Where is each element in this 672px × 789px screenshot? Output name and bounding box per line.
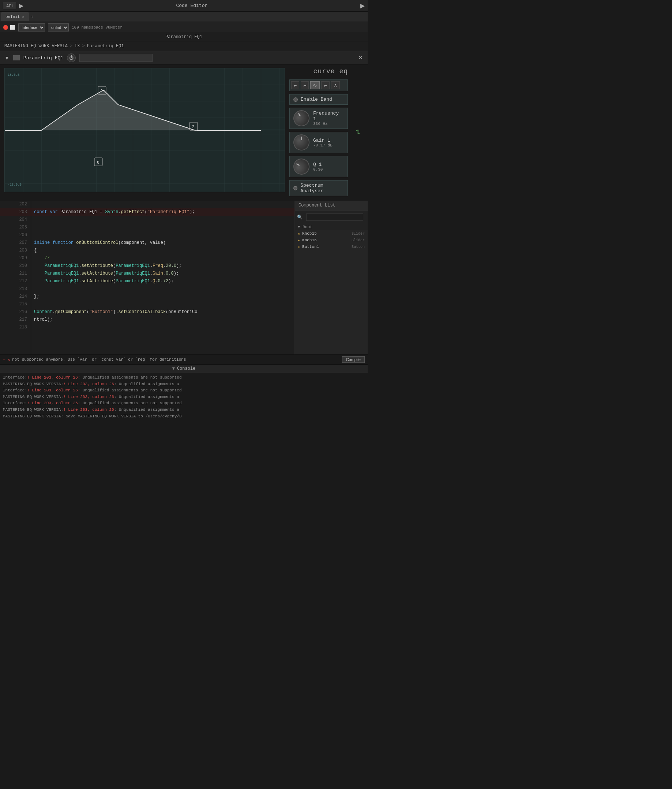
line-num-204: 204 [0,216,31,224]
comp-star-button1: ★ [298,244,300,249]
breadcrumb-sep1: > [70,43,72,49]
gain-knob[interactable] [293,134,309,150]
component-list-header: Component List [295,201,368,211]
code-line-215 [31,300,295,308]
code-area[interactable]: const var Parametriq EQ1 = Synth.getEffe… [31,201,295,355]
tab-close-icon[interactable]: ✕ [22,14,24,19]
comp-item-button1[interactable]: ★ Button1 Button [295,243,368,250]
gain-info: Gain 1 -0.17 dB [313,138,333,147]
line-num-210: 210 [0,262,31,270]
code-line-211: ParametriqEQ1.setAttribute(ParametriqEQ1… [31,270,295,278]
q-value: 0.30 [313,167,323,172]
frequency-value: 336 Hz [313,121,344,126]
filter-btn-3[interactable]: ⌐ [321,81,329,89]
code-line-207: inline function onButton1Control(compone… [31,239,295,247]
comp-type-knob15: Slider [352,232,365,236]
eq-graph: 18.0dB -18.0dB 1 [5,68,285,192]
tab-label: onInit [5,14,20,19]
svg-text:2: 2 [192,125,194,129]
code-line-203: const var Parametriq EQ1 = Synth.getEffe… [31,208,295,216]
breadcrumb: MASTERING EQ WORK VERSIA > FX > Parametr… [0,42,368,51]
tab-onInit[interactable]: onInit ✕ [2,13,29,21]
console-line-4: Interface:! Line 203, column 26: Unquali… [3,400,365,407]
comp-item-knob15[interactable]: ★ Knob15 Slider [295,230,368,237]
top-bar-right: ▶ [360,2,365,9]
plugin-title: Parametriq EQ1 [24,55,63,61]
line-num-211: 211 [0,270,31,278]
collapse-button[interactable]: ▼ [5,55,10,61]
code-line-204 [31,216,295,224]
q-knob-row: Q 1 0.30 [289,156,348,177]
curve-eq-title: curve eq [289,68,348,75]
spectrum-dot [293,186,298,190]
scroll-up-arrow[interactable]: ⇅ [354,127,362,137]
line-num-215: 215 [0,300,31,308]
console-section: ▼ Console Interface:! Line 203, column 2… [0,364,368,421]
error-arrow-icon: → [3,357,5,362]
db-label-bottom: -18.0dB [8,183,22,187]
tab-bar: onInit ✕ + [0,12,368,22]
console-line-3: MASTERING EQ WORK VERSIA:! Line 203, col… [3,394,365,401]
power-button[interactable]: ⏻ [67,53,76,62]
code-section: 202 203 204 205 206 207 208 209 210 211 … [0,201,295,355]
interface-dropdown[interactable]: Interface [18,24,45,32]
line-num-216: 216 [0,308,31,316]
code-line-214: }; [31,293,295,300]
spectrum-analyser-toggle[interactable]: Spectrum Analyser [289,180,348,196]
oninit-dropdown[interactable]: onInit [48,24,69,32]
line-num-209: 209 [0,254,31,262]
comp-star-knob16: ★ [298,238,300,243]
frequency-knob[interactable] [290,107,312,129]
error-bar: → ✕ not supported anymore. Use `var` or … [0,355,368,364]
code-line-209: // [31,254,295,262]
interface-icon[interactable]: ⬜ [10,25,15,30]
code-line-217 [31,324,295,331]
code-line-210: ParametriqEQ1.setAttribute(ParametriqEQ1… [31,262,295,270]
play-icon[interactable]: ▶ [360,2,365,9]
filter-btn-1[interactable]: ⌐ [301,81,309,89]
line-num-203: 203 [0,208,31,216]
console-collapse-icon[interactable]: ▼ [172,366,175,371]
selector-icons: 🔴 ⬜ [3,25,15,30]
plugin-title-input[interactable] [80,54,153,62]
comp-item-knob16[interactable]: ★ Knob16 Slider [295,237,368,243]
scroll-arrows: ⇅ [352,68,363,196]
code-line-212: ParametriqEQ1.setAttribute(ParametriqEQ1… [31,278,295,285]
red-dot-icon[interactable]: 🔴 [3,25,8,30]
error-x-icon: ✕ [8,357,10,362]
compile-button[interactable]: Compile [342,356,365,363]
line-num-206: 206 [0,232,31,239]
comp-star-knob15: ★ [298,232,300,236]
line-num-217: 217 [0,316,31,324]
new-tab-button[interactable]: + [29,14,36,20]
code-line-216b: ntrol); [31,316,295,324]
plugin-icon [13,55,20,61]
close-plugin-button[interactable]: ✕ [358,54,363,62]
gain-label: Gain 1 [313,138,333,143]
spectrum-label: Spectrum Analyser [300,183,344,194]
comp-section-root: ▼ Root [295,224,368,230]
console-title: Console [177,366,195,371]
svg-text:0: 0 [97,160,99,165]
code-line-205 [31,224,295,232]
plugin-header: ▼ Parametriq EQ1 ⏻ ✕ [0,51,368,65]
line-num-202: 202 [0,201,31,208]
svg-text:1: 1 [100,89,103,93]
api-button[interactable]: API [3,3,16,9]
enable-band-toggle[interactable]: Enable Band [289,94,348,105]
frequency-label: Frequency 1 [313,110,344,121]
component-list-panel: Component List 🔍 ▼ Root ★ Knob15 Slider … [295,201,368,355]
q-knob[interactable] [290,156,312,177]
filter-btn-4[interactable]: ∧ [331,81,340,89]
code-line-213 [31,285,295,293]
filter-buttons: ⌐ ⌐ ∿ ⌐ ∧ [289,80,348,91]
console-line-5: MASTERING EQ WORK VERSIA:! Line 203, col… [3,407,365,414]
filter-btn-2[interactable]: ∿ [310,81,320,89]
breadcrumb-part3: Parametriq EQ1 [87,43,124,49]
filter-btn-0[interactable]: ⌐ [291,81,299,89]
component-search-input[interactable] [306,214,363,221]
comp-name-knob16: Knob16 [302,238,317,243]
selector-bar: 🔴 ⬜ Interface onInit 109 namespace VuMet… [0,22,368,33]
play-button[interactable]: ▶ [19,2,24,9]
gain-value: -0.17 dB [313,143,333,147]
